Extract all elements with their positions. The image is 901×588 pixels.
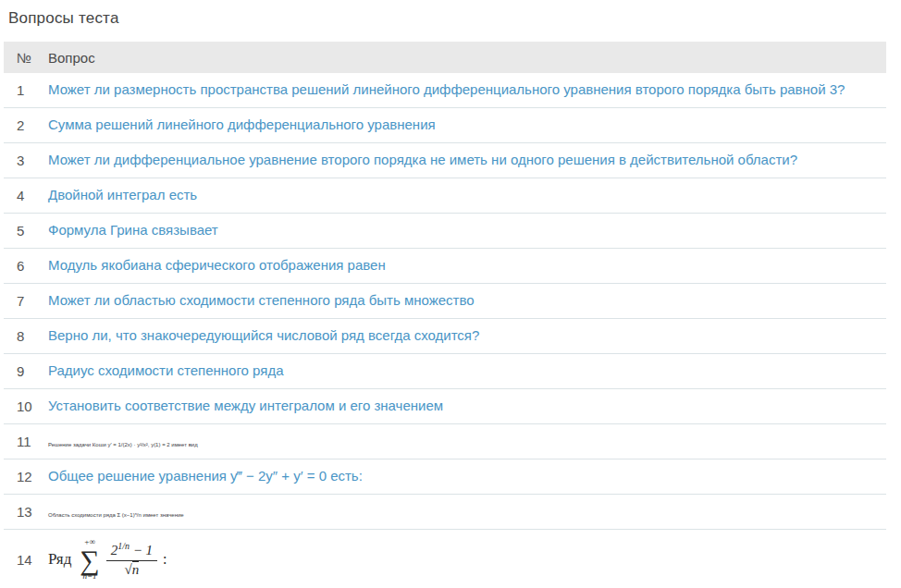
question-table-body: 1Может ли размерность пространства решен… xyxy=(4,73,886,588)
column-header-number: № xyxy=(4,50,48,66)
question-number: 1 xyxy=(4,82,48,98)
question-number: 9 xyxy=(4,363,48,379)
question-number: 12 xyxy=(4,469,48,484)
question-cell: Верно ли, что знакочередующийся числовой… xyxy=(48,325,886,347)
question-number: 13 xyxy=(4,504,48,520)
question-number: 4 xyxy=(4,188,48,203)
table-row: 4Двойной интеграл есть xyxy=(4,178,886,214)
question-number: 5 xyxy=(4,223,48,239)
question-number: 10 xyxy=(4,398,48,414)
question-cell: Может ли областью сходимости степенного … xyxy=(48,290,886,312)
table-header: № Вопрос xyxy=(4,42,886,73)
column-header-question: Вопрос xyxy=(48,50,886,66)
summation-symbol: +∞∑n=1 xyxy=(80,538,99,582)
table-row: 2Сумма решений линейного дифференциально… xyxy=(4,108,886,143)
question-link[interactable]: Сумма решений линейного дифференциальног… xyxy=(48,115,436,136)
question-link[interactable]: Установить соответствие между интегралом… xyxy=(48,396,443,417)
question-number: 7 xyxy=(4,293,48,309)
question-cell: Радиус сходимости степенного ряда xyxy=(48,361,886,382)
question-link[interactable]: Может ли дифференциальное уравнение втор… xyxy=(48,150,797,171)
formula-suffix: : xyxy=(163,551,167,568)
question-link[interactable]: Может ли размерность пространства решени… xyxy=(48,80,845,101)
table-row: 11Решение задачи Коши y′ = 1/(2x) · y²/x… xyxy=(4,424,886,459)
table-row: 5Формула Грина связывает xyxy=(4,214,886,249)
table-row: 10Установить соответствие между интеграл… xyxy=(4,389,886,424)
page-title: Вопросы теста xyxy=(8,9,886,28)
question-link[interactable]: Общее решение уравнения y‴ − 2y″ + y′ = … xyxy=(48,466,363,487)
table-row: 9Радиус сходимости степенного ряда xyxy=(4,354,886,389)
question-link[interactable]: Верно ли, что знакочередующийся числовой… xyxy=(48,325,479,347)
formula-prefix: Ряд xyxy=(48,550,71,569)
question-cell: Может ли дифференциальное уравнение втор… xyxy=(48,150,886,171)
question-number: 8 xyxy=(4,328,48,344)
question-cell: Двойной интеграл есть xyxy=(48,185,886,206)
question-cell: Область сходимости ряда Σ (x−1)ⁿ/n имеет… xyxy=(48,504,886,521)
question-number: 14 xyxy=(4,552,48,568)
question-cell: Общее решение уравнения y‴ − 2y″ + y′ = … xyxy=(48,466,886,487)
fraction: 21/n − 1√n xyxy=(106,541,157,578)
question-cell: Сумма решений линейного дифференциальног… xyxy=(48,115,886,136)
question-cell: Модуль якобиана сферического отображения… xyxy=(48,255,886,276)
question-cell: Формула Грина связывает xyxy=(48,220,886,241)
table-row: 14Ряд+∞∑n=121/n − 1√n: xyxy=(4,530,886,588)
question-number: 6 xyxy=(4,258,48,274)
table-row: 12Общее решение уравнения y‴ − 2y″ + y′ … xyxy=(4,459,886,495)
question-cell: Установить соответствие между интегралом… xyxy=(48,396,886,417)
question-cell: Решение задачи Коши y′ = 1/(2x) · y²/x²,… xyxy=(48,434,886,450)
table-row: 13Область сходимости ряда Σ (x−1)ⁿ/n име… xyxy=(4,495,886,530)
questions-page: Вопросы теста № Вопрос 1Может ли размерн… xyxy=(0,0,894,588)
question-number: 11 xyxy=(4,434,48,449)
question-link[interactable]: Решение задачи Коши y′ = 1/(2x) · y²/x²,… xyxy=(48,442,198,447)
question-link[interactable]: Формула Грина связывает xyxy=(48,220,218,241)
question-link[interactable]: Может ли областью сходимости степенного … xyxy=(48,290,475,312)
question-link[interactable]: Область сходимости ряда Σ (x−1)ⁿ/n имеет… xyxy=(48,512,184,518)
questions-table: № Вопрос 1Может ли размерность пространс… xyxy=(4,42,886,588)
table-row: 7Может ли областью сходимости степенного… xyxy=(4,284,886,319)
table-row: 8Верно ли, что знакочередующийся числово… xyxy=(4,319,886,354)
question-link[interactable]: Модуль якобиана сферического отображения… xyxy=(48,255,386,276)
table-row: 1Может ли размерность пространства решен… xyxy=(4,73,886,108)
question-cell: Может ли размерность пространства решени… xyxy=(48,80,886,101)
question-formula[interactable]: Ряд+∞∑n=121/n − 1√n: xyxy=(48,538,167,582)
question-link[interactable]: Радиус сходимости степенного ряда xyxy=(48,361,284,382)
question-number: 2 xyxy=(4,117,48,133)
question-number: 3 xyxy=(4,153,48,168)
table-row: 3Может ли дифференциальное уравнение вто… xyxy=(4,143,886,178)
table-row: 6Модуль якобиана сферического отображени… xyxy=(4,249,886,284)
question-link[interactable]: Двойной интеграл есть xyxy=(48,185,197,206)
question-cell: Ряд+∞∑n=121/n − 1√n: xyxy=(48,538,886,582)
